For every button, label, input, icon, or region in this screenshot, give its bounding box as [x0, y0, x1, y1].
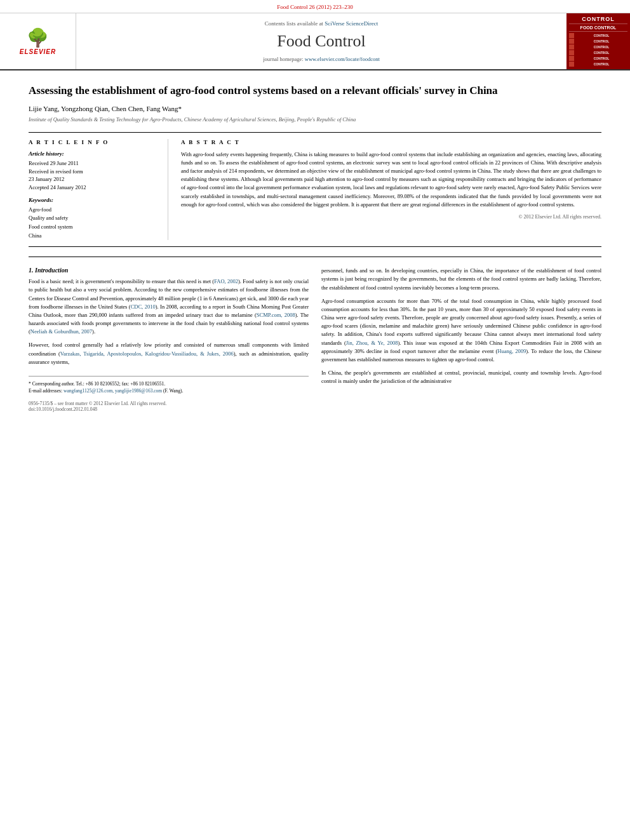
badge-line-4: CONTROL: [569, 50, 627, 55]
badge-title: CONTROL: [569, 16, 627, 24]
article-info-title: A R T I C L E I N F O: [29, 139, 158, 145]
corresponding-author-note: * Corresponding author. Tel.: +86 10 821…: [29, 380, 309, 387]
intro-paragraph-2: However, food control generally had a re…: [29, 341, 309, 366]
sciverse-line: Contents lists available at SciVerse Sci…: [265, 20, 379, 27]
body-content: 1. Introduction Food is a basic need; it…: [29, 267, 601, 412]
article-info: A R T I C L E I N F O Article history: R…: [29, 139, 168, 240]
food-control-badge: CONTROL FOOD CONTROL CONTROL CONTROL CON…: [569, 16, 627, 67]
sciverse-link[interactable]: SciVerse ScienceDirect: [325, 20, 378, 27]
abstract-text: With agro-food safety events happening f…: [181, 150, 601, 209]
introduction-heading: 1. Introduction: [29, 267, 309, 274]
right-paragraph-2: Agro-food consumption accounts for more …: [321, 297, 601, 364]
ref-cdc[interactable]: CDC, 2010: [131, 303, 156, 310]
ref-varzakas[interactable]: Varzakas, Tsigarida, Apostolopoulos, Kal…: [60, 350, 234, 357]
revised-date: 23 January 2012: [29, 175, 158, 183]
issn-line: 0956-7135/$ – see front matter © 2012 El…: [29, 401, 309, 406]
journal-homepage-link[interactable]: www.elsevier.com/locate/foodcont: [305, 56, 380, 62]
authors: Lijie Yang, Yongzhong Qian, Chen Chen, F…: [29, 105, 601, 112]
intro-paragraph-1: Food is a basic need; it is government's…: [29, 277, 309, 336]
journal-header: 🌳 ELSEVIER Contents lists available at S…: [0, 13, 630, 70]
article-history-title: Article history:: [29, 150, 158, 157]
keywords-title: Keywords:: [29, 197, 158, 203]
elsevier-name: ELSEVIER: [20, 48, 56, 55]
journal-homepage-line: journal homepage: www.elsevier.com/locat…: [263, 56, 380, 62]
keyword-quality: Quality and safety: [29, 214, 158, 223]
elsevier-tree-icon: 🌳: [20, 27, 56, 48]
section-divider: [29, 257, 601, 257]
badge-line-3: CONTROL: [569, 44, 627, 50]
ref-scmp[interactable]: SCMP.com, 2008: [257, 312, 295, 318]
email-link-1[interactable]: wangfang1125@126.com,: [64, 388, 114, 394]
elsevier-logo-area: 🌳 ELSEVIER: [0, 13, 76, 69]
badge-line-5: CONTROL: [569, 56, 627, 61]
doi-line: doi:10.1016/j.foodcont.2012.01.048: [29, 406, 309, 412]
footnotes: * Corresponding author. Tel.: +86 10 821…: [29, 376, 309, 395]
ref-huang[interactable]: Huang, 2009: [497, 348, 526, 354]
abstract-section: A B S T R A C T With agro-food safety ev…: [181, 139, 601, 240]
ref-jin[interactable]: Jin, Zhou, & Ye, 2008: [346, 340, 398, 346]
badge-line-6: CONTROL: [569, 62, 627, 67]
badge-subtitle: FOOD CONTROL: [569, 25, 627, 32]
main-content: Assessing the establishment of agro-food…: [0, 70, 630, 425]
abstract-title: A B S T R A C T: [181, 139, 601, 145]
journal-reference-bar: Food Control 26 (2012) 223–230: [0, 0, 630, 13]
article-title: Assessing the establishment of agro-food…: [29, 83, 601, 98]
food-control-badge-area: CONTROL FOOD CONTROL CONTROL CONTROL CON…: [566, 13, 630, 69]
page-wrapper: Food Control 26 (2012) 223–230 🌳 ELSEVIE…: [0, 0, 630, 840]
journal-header-center: Contents lists available at SciVerse Sci…: [76, 13, 566, 69]
journal-title: Food Control: [277, 32, 365, 51]
keyword-agrofood: Agro-food: [29, 206, 158, 215]
ref-fao[interactable]: FAO, 2002: [214, 278, 238, 284]
email-footnote: E-mail addresses: wangfang1125@126.com, …: [29, 387, 309, 394]
received-date: Received 29 June 2011: [29, 159, 158, 168]
keyword-china: China: [29, 232, 158, 241]
ref-neeliah[interactable]: Neeliah & Goburdhun, 2007: [30, 328, 92, 335]
elsevier-logo: 🌳 ELSEVIER: [20, 27, 56, 55]
info-section: A R T I C L E I N F O Article history: R…: [29, 132, 601, 247]
copyright-line: © 2012 Elsevier Ltd. All rights reserved…: [181, 214, 601, 220]
page-footer: 0956-7135/$ – see front matter © 2012 El…: [29, 401, 309, 412]
affiliation: Institute of Quality Standards & Testing…: [29, 116, 601, 123]
right-paragraph-1: personnel, funds and so on. In developin…: [321, 267, 601, 292]
email-link-2[interactable]: yanglijie1986@163.com: [115, 388, 162, 394]
keyword-foodcontrol: Food control system: [29, 223, 158, 232]
right-column: personnel, funds and so on. In developin…: [321, 267, 601, 412]
accepted-date: Accepted 24 January 2012: [29, 183, 158, 192]
left-column: 1. Introduction Food is a basic need; it…: [29, 267, 309, 412]
badge-line-1: CONTROL: [569, 33, 627, 38]
badge-lines: CONTROL CONTROL CONTROL CONTROL CONTROL …: [569, 33, 627, 67]
journal-reference-text: Food Control 26 (2012) 223–230: [277, 4, 353, 10]
right-paragraph-3: In China, the people's governments are e…: [321, 369, 601, 385]
badge-line-2: CONTROL: [569, 39, 627, 44]
received-revised-label: Received in revised form: [29, 168, 158, 176]
